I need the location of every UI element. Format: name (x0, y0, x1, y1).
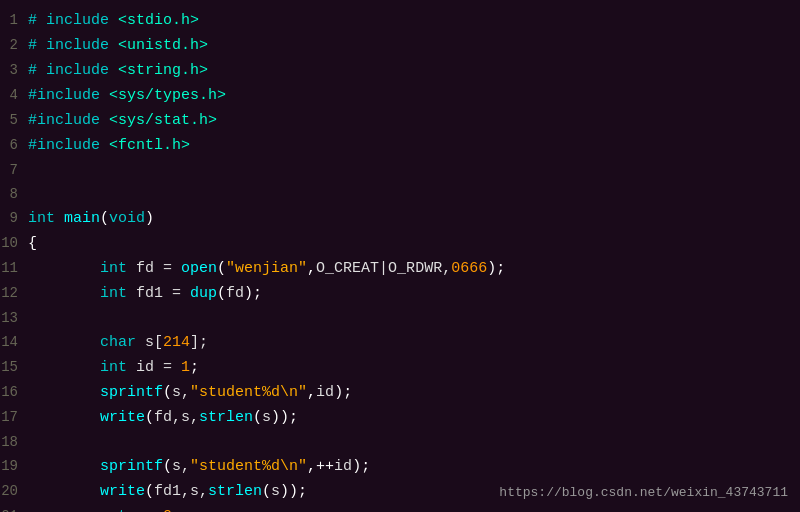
token-punc: ( (253, 409, 262, 426)
token-fn-name: write (100, 409, 145, 426)
token-punc: ); (352, 458, 370, 475)
watermark-url: https://blog.csdn.net/weixin_43743711 (499, 485, 788, 500)
line-number: 20 (0, 480, 28, 502)
token-num-val: 1 (181, 359, 190, 376)
token-var-name (154, 508, 163, 512)
code-line: 12 int fd1 = dup(fd); (0, 281, 800, 306)
code-line: 9int main(void) (0, 206, 800, 231)
code-line: 19 sprintf(s,"student%d\n",++id); (0, 454, 800, 479)
token-var-name: ]; (190, 334, 208, 351)
line-number: 3 (0, 59, 28, 81)
token-punc: ); (487, 260, 505, 277)
token-punc: , (307, 384, 316, 401)
token-var-name: fd = (127, 260, 181, 277)
token-str-val: "student%d\n" (190, 384, 307, 401)
token-hdr-sys: <sys/stat.h> (100, 112, 217, 129)
token-str-val: "student%d\n" (190, 458, 307, 475)
line-number: 15 (0, 356, 28, 378)
code-line: 1# include <stdio.h> (0, 8, 800, 33)
token-punc: { (28, 235, 37, 252)
token-punc: ( (217, 260, 226, 277)
token-var-name (28, 458, 100, 475)
token-punc: ); (244, 285, 262, 302)
token-kw-int: int (100, 285, 127, 302)
token-kw-include: #include (28, 112, 100, 129)
token-var-name: s (262, 409, 271, 426)
code-line: 13 (0, 306, 800, 330)
line-content: int fd1 = dup(fd); (28, 283, 262, 305)
token-var-name: fd (226, 285, 244, 302)
line-number: 19 (0, 455, 28, 477)
token-var-name (28, 334, 100, 351)
token-kw-include: #include (28, 137, 100, 154)
token-punc: ( (163, 458, 172, 475)
token-fn-name: sprintf (100, 384, 163, 401)
token-var-name: id (334, 458, 352, 475)
code-line: 8 (0, 182, 800, 206)
line-content: int id = 1; (28, 357, 199, 379)
code-line: 16 sprintf(s,"student%d\n",id); (0, 380, 800, 405)
code-line: 10{ (0, 231, 800, 256)
token-num-val: 214 (163, 334, 190, 351)
token-punc: ( (217, 285, 226, 302)
line-number: 18 (0, 431, 28, 453)
line-number: 13 (0, 307, 28, 329)
line-number: 5 (0, 109, 28, 131)
token-var-name: fd1 = (127, 285, 190, 302)
line-content: int fd = open("wenjian",O_CREAT|O_RDWR,0… (28, 258, 505, 280)
token-var-name: s (271, 483, 280, 500)
token-var-name: fd,s, (154, 409, 199, 426)
line-content: # include <stdio.h> (28, 10, 199, 32)
token-kw-hash: # include (28, 37, 109, 54)
token-var-name (55, 210, 64, 227)
code-line: 6#include <fcntl.h> (0, 133, 800, 158)
line-number: 9 (0, 207, 28, 229)
token-var-name (28, 285, 100, 302)
token-punc: )); (280, 483, 307, 500)
line-number: 14 (0, 331, 28, 353)
line-content: # include <string.h> (28, 60, 208, 82)
line-content: #include <fcntl.h> (28, 135, 190, 157)
code-line: 4#include <sys/types.h> (0, 83, 800, 108)
code-line: 18 (0, 430, 800, 454)
line-number: 7 (0, 159, 28, 181)
token-kw-int: int (28, 210, 55, 227)
code-line: 21 return 0; (0, 504, 800, 512)
line-content: char s[214]; (28, 332, 208, 354)
token-kw-return: return (100, 508, 154, 512)
line-number: 8 (0, 183, 28, 205)
token-var-name (28, 384, 100, 401)
line-number: 6 (0, 134, 28, 156)
line-number: 16 (0, 381, 28, 403)
token-punc: ( (262, 483, 271, 500)
token-var-name (28, 483, 100, 500)
token-hdr-angle: <fcntl.h> (100, 137, 190, 154)
line-content: # include <unistd.h> (28, 35, 208, 57)
token-hdr-sys: <sys/types.h> (100, 87, 226, 104)
token-kw-char: char (100, 334, 136, 351)
token-var-name: id (316, 384, 334, 401)
line-number: 17 (0, 406, 28, 428)
token-hdr-angle: <string.h> (109, 62, 208, 79)
code-line: 2# include <unistd.h> (0, 33, 800, 58)
token-fn-name: open (181, 260, 217, 277)
token-kw-hash: # include (28, 12, 109, 29)
token-fn-name: write (100, 483, 145, 500)
token-hdr-angle: <stdio.h> (109, 12, 199, 29)
line-number: 4 (0, 84, 28, 106)
token-var-name: s[ (136, 334, 163, 351)
token-var-name: O_CREAT|O_RDWR, (316, 260, 451, 277)
token-punc: , (307, 260, 316, 277)
line-number: 12 (0, 282, 28, 304)
line-number: 1 (0, 9, 28, 31)
code-line: 14 char s[214]; (0, 330, 800, 355)
token-kw-include: #include (28, 87, 100, 104)
code-line: 5#include <sys/stat.h> (0, 108, 800, 133)
token-fn-name: strlen (208, 483, 262, 500)
code-line: 11 int fd = open("wenjian",O_CREAT|O_RDW… (0, 256, 800, 281)
token-punc: ); (334, 384, 352, 401)
line-content: return 0; (28, 506, 181, 512)
line-content: write(fd1,s,strlen(s)); (28, 481, 307, 503)
token-fn-name: sprintf (100, 458, 163, 475)
line-content: { (28, 233, 37, 255)
